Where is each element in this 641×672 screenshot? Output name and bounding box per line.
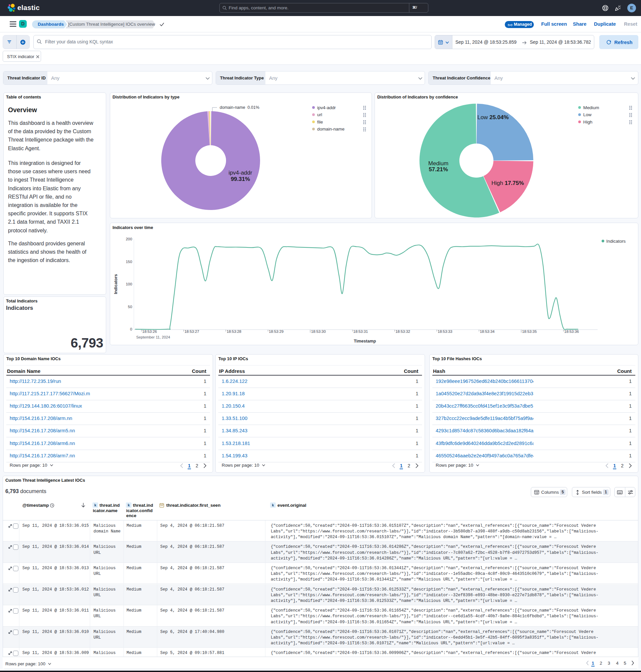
svg-text:5: 5: [624, 661, 626, 666]
svg-text:1: 1: [591, 661, 594, 666]
svg-text:2: 2: [600, 661, 602, 666]
svg-text:4: 4: [616, 661, 619, 666]
svg-text:3: 3: [608, 661, 610, 666]
